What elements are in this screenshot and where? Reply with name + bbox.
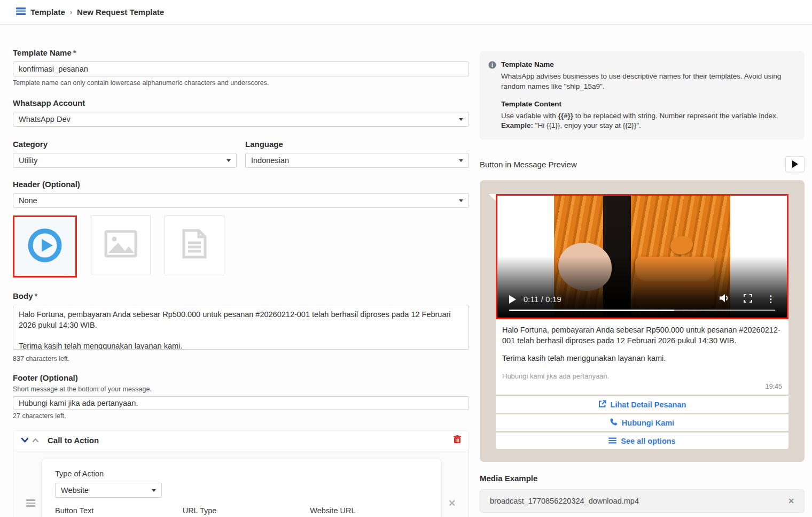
template-form: Template Name* Template name can only co… bbox=[13, 48, 469, 517]
video-preview-player[interactable]: 0:11 / 0:19 ⋮ bbox=[496, 194, 788, 319]
preview-button-label: Lihat Detail Pesanan bbox=[611, 400, 686, 409]
phone-icon bbox=[610, 418, 618, 427]
chevron-down-icon[interactable] bbox=[21, 436, 29, 445]
breadcrumb: Template › New Request Template bbox=[16, 7, 164, 17]
message-timestamp: 19:45 bbox=[502, 382, 782, 391]
chevron-down-icon bbox=[152, 489, 156, 492]
language-label: Language bbox=[245, 140, 469, 149]
preview-button-lihat-detail[interactable]: Lihat Detail Pesanan bbox=[496, 395, 788, 413]
preview-play-button[interactable] bbox=[785, 156, 805, 172]
template-name-label: Template Name* bbox=[13, 48, 469, 57]
video-progress-fill bbox=[509, 310, 674, 312]
media-example-title: Media Example bbox=[480, 474, 805, 483]
action-card: Type of Action Website Button Text URL T… bbox=[42, 459, 441, 517]
chevron-down-icon bbox=[459, 118, 463, 121]
header-select[interactable]: None bbox=[13, 193, 469, 208]
remove-media-icon[interactable]: ✕ bbox=[788, 497, 794, 505]
chevron-down-icon bbox=[459, 159, 463, 162]
category-label: Category bbox=[13, 140, 237, 149]
type-of-action-value: Website bbox=[61, 486, 89, 495]
fullscreen-icon[interactable] bbox=[744, 294, 752, 305]
info-template-name-text: WhatsApp advises businesses to use descr… bbox=[501, 72, 795, 92]
drag-handle-icon[interactable] bbox=[24, 499, 37, 507]
url-type-label: URL Type bbox=[183, 506, 301, 515]
info-template-content-title: Template Content bbox=[501, 99, 795, 110]
message-paragraph: Terima kasih telah menggunakan layanan k… bbox=[502, 353, 782, 364]
preview-button-hubungi-kami[interactable]: Hubungi Kami bbox=[496, 413, 788, 431]
website-url-label: Website URL bbox=[310, 506, 428, 515]
chevron-down-icon bbox=[459, 199, 463, 202]
category-select[interactable]: Utility bbox=[13, 153, 237, 168]
media-example-filename: broadcast_1770856220324_download.mp4 bbox=[490, 497, 788, 505]
breadcrumb-section[interactable]: Template bbox=[30, 7, 65, 17]
preview-column: Template Name WhatsApp advises businesse… bbox=[480, 51, 805, 513]
call-to-action-header: Call to Action bbox=[13, 431, 469, 450]
call-to-action-title: Call to Action bbox=[48, 436, 99, 445]
delete-trash-icon[interactable] bbox=[454, 435, 461, 446]
list-icon bbox=[608, 437, 616, 445]
template-name-input[interactable] bbox=[13, 61, 469, 76]
video-controls-shade bbox=[497, 256, 787, 318]
whatsapp-account-value: WhatsApp Dev bbox=[19, 115, 71, 124]
preview-button-label: See all options bbox=[621, 437, 675, 445]
preview-title: Button in Message Preview bbox=[480, 160, 577, 169]
external-link-icon bbox=[598, 400, 606, 410]
header-media-type-row bbox=[13, 215, 469, 277]
document-icon bbox=[182, 228, 207, 261]
chevron-up-icon[interactable] bbox=[32, 436, 39, 445]
video-progress-bar[interactable] bbox=[509, 310, 775, 312]
language-select[interactable]: Indonesian bbox=[245, 153, 469, 168]
whatsapp-account-select[interactable]: WhatsApp Dev bbox=[13, 112, 469, 127]
message-footer: Hubungi kami jika ada pertanyaan. bbox=[502, 372, 782, 381]
category-value: Utility bbox=[19, 156, 37, 165]
remove-action-icon[interactable]: ✕ bbox=[444, 498, 460, 509]
image-icon bbox=[104, 230, 137, 260]
play-icon bbox=[792, 160, 798, 168]
page-title: New Request Template bbox=[77, 7, 164, 17]
button-text-label: Button Text bbox=[55, 506, 173, 515]
more-options-icon[interactable]: ⋮ bbox=[766, 295, 775, 304]
info-panel: Template Name WhatsApp advises businesse… bbox=[480, 51, 805, 140]
top-bar: Template › New Request Template bbox=[0, 0, 812, 25]
header-label: Header (Optional) bbox=[13, 180, 469, 189]
info-example-text: Example: "Hi {{1}}, enjoy your stay at {… bbox=[501, 121, 795, 131]
type-of-action-label: Type of Action bbox=[55, 469, 428, 478]
message-bubble: Halo Fortuna, pembayaran Anda sebesar Rp… bbox=[496, 319, 788, 395]
media-type-image-button[interactable] bbox=[91, 215, 151, 274]
footer-chars-left: 27 characters left. bbox=[13, 412, 469, 420]
language-value: Indonesian bbox=[251, 156, 289, 165]
breadcrumb-separator: › bbox=[70, 8, 72, 16]
footer-input[interactable] bbox=[13, 396, 469, 410]
body-chars-left: 837 characters left. bbox=[13, 355, 469, 362]
preview-button-label: Hubungi Kami bbox=[622, 419, 674, 427]
call-to-action-section: Call to Action Type of Action Website bbox=[13, 430, 469, 517]
footer-helper: Short message at the bottom of your mess… bbox=[13, 385, 469, 393]
type-of-action-select[interactable]: Website bbox=[55, 483, 162, 498]
media-example-chip: broadcast_1770856220324_download.mp4 ✕ bbox=[480, 489, 805, 513]
info-icon bbox=[488, 61, 497, 131]
preview-button-see-all-options[interactable]: See all options bbox=[496, 431, 788, 449]
message-preview-panel: 0:11 / 0:19 ⋮ Halo Fortuna, pemb bbox=[480, 180, 805, 462]
whatsapp-account-label: Whatsapp Account bbox=[13, 98, 469, 107]
video-time: 0:11 / 0:19 bbox=[524, 295, 561, 304]
header-value: None bbox=[19, 196, 37, 205]
media-type-video-button[interactable] bbox=[13, 215, 77, 277]
required-asterisk: * bbox=[35, 291, 38, 300]
info-template-content-text: Use variable with {{#}} to be replaced w… bbox=[501, 111, 795, 121]
chevron-down-icon bbox=[227, 159, 231, 162]
call-to-action-body: Type of Action Website Button Text URL T… bbox=[13, 450, 469, 517]
info-template-name-title: Template Name bbox=[501, 60, 795, 70]
volume-icon[interactable] bbox=[720, 294, 730, 305]
template-list-icon bbox=[16, 7, 26, 17]
template-name-helper: Template name can only contain lowercase… bbox=[13, 79, 469, 87]
body-textarea[interactable]: Halo Fortuna, pembayaran Anda sebesar Rp… bbox=[13, 305, 469, 350]
required-asterisk: * bbox=[73, 48, 76, 57]
media-type-document-button[interactable] bbox=[165, 215, 224, 274]
video-play-icon bbox=[27, 228, 63, 265]
footer-label: Footer (Optional) bbox=[13, 373, 469, 382]
message-paragraph: Halo Fortuna, pembayaran Anda sebesar Rp… bbox=[502, 325, 782, 346]
body-label: Body* bbox=[13, 291, 469, 300]
video-play-icon[interactable] bbox=[509, 295, 516, 304]
